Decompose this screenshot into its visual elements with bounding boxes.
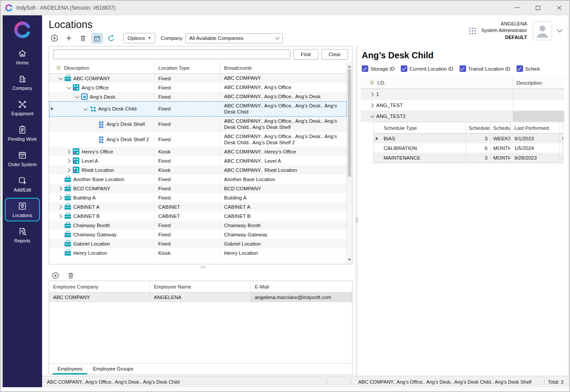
find-button[interactable]: Find bbox=[293, 49, 318, 60]
schedule-row[interactable]: MAINTENANCE 3 MONTHS 9/28/2023 1 bbox=[374, 153, 563, 163]
location-row[interactable]: Chainway Booth Fixed Chainway Booth bbox=[49, 221, 346, 230]
scroll-up-icon[interactable] bbox=[348, 64, 351, 68]
checkbox-checked-icon[interactable] bbox=[401, 65, 407, 72]
scrollbar-thumb[interactable] bbox=[348, 69, 351, 177]
tree-expander-icon[interactable] bbox=[82, 106, 89, 112]
location-row[interactable]: Ang’s Desk Shelf Fixed ABC COMPANY.. Ang… bbox=[49, 117, 346, 132]
sidebar-item-home[interactable]: Home bbox=[5, 45, 40, 69]
clear-button[interactable]: Clear bbox=[321, 49, 348, 60]
filter-checkbox[interactable]: Sched. bbox=[517, 65, 541, 72]
column-header-schedule[interactable]: Schedule bbox=[466, 122, 491, 133]
options-button[interactable]: Options bbox=[123, 33, 155, 43]
sidebar-item-pending-work[interactable]: Pending Work bbox=[5, 121, 40, 145]
location-row[interactable]: Ang’s Desk Shelf 2 Fixed ABC COMPANY.. A… bbox=[49, 132, 346, 147]
schedule-row[interactable]: BIAS 3 WEEKS 9/1/2023 9 bbox=[374, 134, 563, 143]
tree-expander-icon[interactable] bbox=[57, 176, 64, 182]
delete-location-button[interactable] bbox=[78, 33, 89, 43]
column-settings-icon[interactable] bbox=[369, 80, 375, 86]
location-row[interactable]: ABC COMPANY Fixed ABC COMPANY bbox=[49, 74, 346, 83]
sidebar-item-company[interactable]: Company bbox=[5, 71, 40, 94]
location-row[interactable]: Rhett Location Kiosk ABC COMPANY.. Rhett… bbox=[49, 165, 346, 175]
tree-expander-icon[interactable] bbox=[57, 241, 64, 247]
sidebar-item-order-system[interactable]: Order System bbox=[5, 147, 40, 171]
tree-expander-icon[interactable] bbox=[66, 158, 72, 164]
row-expander-icon[interactable] bbox=[369, 102, 375, 108]
id-row[interactable]: ANG_TEST bbox=[361, 100, 564, 111]
location-search-input[interactable] bbox=[53, 50, 290, 59]
location-row[interactable]: Building A Fixed Building A bbox=[49, 193, 346, 202]
column-header-last-performed[interactable]: Last Performed bbox=[511, 122, 560, 133]
sidebar-item-locations[interactable]: Locations bbox=[5, 198, 40, 221]
column-header-employee-name[interactable]: Employee Name bbox=[150, 281, 251, 292]
location-row[interactable]: BCD COMPANY Fixed BCD COMPANY bbox=[49, 184, 346, 193]
tree-expander-icon[interactable] bbox=[57, 250, 64, 256]
tab-employee-groups[interactable]: Employee Groups bbox=[88, 364, 138, 374]
sidebar-item-equipment[interactable]: Equipment bbox=[5, 96, 40, 120]
remove-employee-button[interactable] bbox=[65, 271, 76, 281]
vertical-splitter[interactable] bbox=[355, 46, 358, 376]
column-header-schedule-units[interactable]: Schedule Units bbox=[491, 122, 511, 133]
column-header-breadcrumb[interactable]: Breadcrumb bbox=[221, 62, 346, 73]
tree-expander-icon[interactable] bbox=[57, 195, 64, 201]
tree-expander-icon[interactable] bbox=[57, 222, 64, 228]
avatar[interactable] bbox=[533, 21, 552, 40]
close-button[interactable] bbox=[549, 0, 570, 15]
checkbox-checked-icon[interactable] bbox=[362, 65, 368, 72]
refresh-button[interactable] bbox=[106, 33, 117, 43]
tree-expander-icon[interactable] bbox=[66, 85, 72, 91]
location-row[interactable]: Gabriel Location Fixed Gabriel Location bbox=[49, 239, 346, 248]
tree-expander-icon[interactable] bbox=[57, 75, 64, 82]
checkbox-checked-icon[interactable] bbox=[517, 65, 523, 72]
row-expander-icon[interactable] bbox=[369, 113, 375, 119]
checkbox-checked-icon[interactable] bbox=[460, 65, 466, 72]
tree-expander-icon[interactable] bbox=[66, 167, 72, 173]
column-header-employee-company[interactable]: Employee Company bbox=[49, 281, 150, 292]
tree-expander-icon[interactable] bbox=[91, 121, 97, 127]
location-row[interactable]: Henry Location Kiosk Henry Location bbox=[49, 248, 346, 257]
schedule-assignment-button[interactable] bbox=[92, 33, 103, 43]
add-employee-button[interactable] bbox=[50, 271, 61, 281]
location-row[interactable]: Chainway Gateway Fixed Chainway Gateway bbox=[49, 230, 346, 239]
filter-checkbox[interactable]: Transit Location ID bbox=[460, 65, 510, 72]
tree-expander-icon[interactable] bbox=[74, 94, 80, 100]
location-row[interactable]: Ang’s Desk Fixed ABC COMPANY.. Ang’s Off… bbox=[49, 92, 346, 101]
filter-checkbox[interactable]: Storage ID bbox=[362, 65, 395, 72]
column-settings-icon[interactable] bbox=[56, 65, 61, 71]
add-child-location-button[interactable] bbox=[63, 33, 75, 43]
id-row-expanded[interactable]: ANG_TEST2 bbox=[361, 111, 564, 122]
tree-expander-icon[interactable] bbox=[57, 204, 64, 210]
location-row[interactable]: Another Base Location Fixed Another Base… bbox=[49, 175, 346, 184]
column-header-schedule-type[interactable]: Schedule Type bbox=[380, 122, 466, 133]
scrollbar-vertical[interactable] bbox=[346, 62, 352, 264]
location-row[interactable]: Ang’s Desk Child Fixed ABC COMPANY.. Ang… bbox=[49, 101, 346, 117]
tree-expander-icon[interactable] bbox=[57, 213, 64, 219]
location-row[interactable]: Level A Fixed ABC COMPANY.. Level A bbox=[49, 156, 346, 165]
company-select[interactable]: All Available Companies bbox=[185, 33, 283, 43]
filter-checkbox[interactable]: Current Location ID bbox=[401, 65, 453, 72]
tree-expander-icon[interactable] bbox=[66, 149, 72, 155]
tab-employees[interactable]: Employees bbox=[53, 364, 87, 374]
tree-expander-icon[interactable] bbox=[57, 185, 64, 192]
sidebar-item-reports[interactable]: Reports bbox=[5, 223, 40, 247]
chevron-down-icon[interactable] bbox=[557, 27, 563, 32]
sidebar-item-add-edit[interactable]: Add/Edit bbox=[5, 172, 40, 196]
location-row[interactable]: CABINET B CABINET CABINET B bbox=[49, 211, 346, 221]
tree-expander-icon[interactable] bbox=[57, 232, 64, 238]
add-location-button[interactable] bbox=[49, 33, 60, 43]
apps-grid-icon[interactable] bbox=[469, 28, 476, 34]
schedule-row[interactable]: CALIBRATION 6 MONTHS 1/5/2024 7 bbox=[374, 143, 563, 153]
location-row[interactable]: Ang’s Office Fixed ABC COMPANY.. Ang’s O… bbox=[49, 83, 346, 92]
employee-row[interactable]: ABC COMPANY ANGELENA angelena.marciano@i… bbox=[49, 292, 352, 302]
row-expander-icon[interactable] bbox=[369, 91, 375, 97]
minimize-button[interactable] bbox=[506, 0, 527, 15]
tree-expander-icon[interactable] bbox=[91, 136, 97, 143]
id-row[interactable]: 1 bbox=[361, 89, 564, 100]
column-header-description[interactable]: Description bbox=[64, 65, 89, 71]
column-header-email[interactable]: E-Mail bbox=[251, 281, 352, 292]
scroll-down-icon[interactable] bbox=[348, 259, 351, 263]
column-header-location-type[interactable]: Location Type bbox=[155, 62, 221, 73]
maximize-button[interactable] bbox=[527, 0, 549, 15]
column-header-id[interactable]: I.D. bbox=[378, 80, 385, 86]
location-row[interactable]: CABINET A CABINET CABINET A bbox=[49, 202, 346, 211]
column-header-description[interactable]: Description bbox=[513, 77, 564, 89]
